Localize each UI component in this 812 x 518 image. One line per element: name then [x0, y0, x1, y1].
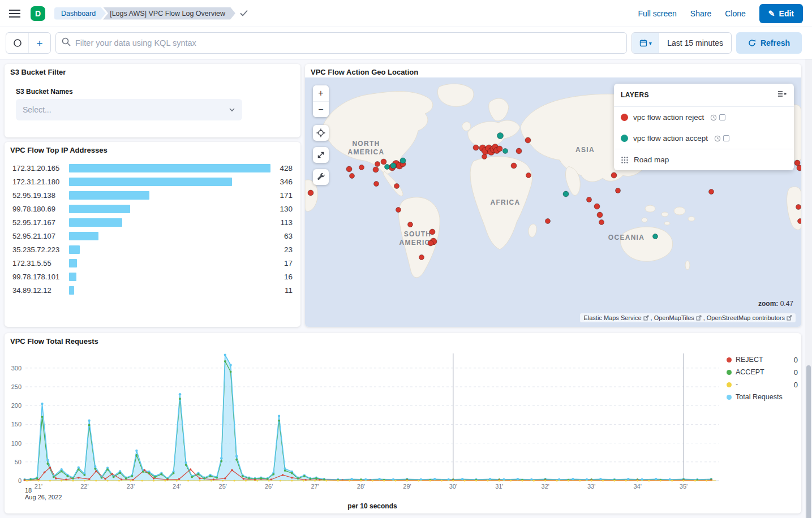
ip-bar[interactable] — [69, 286, 74, 295]
geo-dot[interactable] — [429, 229, 435, 235]
breadcrumb-dashboard[interactable]: Dashboard — [54, 7, 106, 20]
x-tick-label: 25' — [219, 483, 227, 490]
ip-value: 428 — [273, 164, 297, 172]
set-view-button[interactable] — [313, 125, 329, 141]
geo-dot[interactable] — [419, 255, 424, 260]
geo-dot[interactable] — [482, 154, 487, 159]
geo-dot[interactable] — [394, 184, 399, 189]
scrollbar-thumb[interactable] — [806, 365, 811, 518]
kql-search-input[interactable] — [75, 38, 621, 48]
clone-button[interactable]: Clone — [725, 9, 746, 18]
geo-dot[interactable] — [473, 145, 479, 150]
geo-dot[interactable] — [587, 197, 592, 202]
edit-button[interactable]: ✎ Edit — [759, 4, 803, 23]
layer-row-roadmap[interactable]: Road map — [614, 149, 794, 170]
y-tick-label: 0 — [18, 477, 22, 484]
calendar-button[interactable]: ▾ — [632, 33, 659, 53]
ip-bar[interactable] — [69, 245, 80, 254]
geo-dot[interactable] — [396, 208, 401, 213]
ip-bar[interactable] — [69, 191, 149, 200]
geo-dot[interactable] — [346, 166, 352, 172]
ip-bar[interactable] — [69, 218, 122, 227]
geo-dot[interactable] — [545, 219, 551, 224]
ip-bar[interactable] — [69, 273, 76, 281]
geo-dot[interactable] — [794, 160, 800, 166]
map-tools-button[interactable] — [313, 169, 329, 185]
top-ip-addresses-panel: VPC Flow Top IP Addresses 172.31.20.1654… — [5, 142, 300, 327]
geo-location-panel: VPC Flow Action Geo Location — [305, 64, 801, 327]
geo-dot[interactable] — [381, 159, 386, 165]
geo-dot[interactable] — [616, 188, 621, 193]
geo-dot[interactable] — [503, 149, 508, 154]
geo-dot[interactable] — [599, 220, 604, 225]
geo-dot[interactable] — [653, 234, 658, 239]
share-button[interactable]: Share — [690, 9, 711, 18]
geo-dot[interactable] — [516, 148, 522, 154]
ip-value: 11 — [273, 286, 297, 295]
breadcrumb: Dashboard [Logs AWS] VPC Flow Log Overvi… — [54, 7, 248, 20]
scrollbar-track[interactable] — [805, 27, 812, 518]
geo-dot[interactable] — [611, 172, 617, 178]
full-screen-button[interactable]: Full screen — [638, 9, 676, 18]
geo-dot[interactable] — [428, 240, 433, 246]
ip-bar[interactable] — [69, 164, 270, 172]
geo-dot[interactable] — [497, 146, 502, 152]
attribution-link[interactable]: OpenMapTiles — [654, 314, 694, 321]
ip-bar[interactable] — [69, 232, 98, 240]
layer-row-accept[interactable]: vpc flow action accept — [614, 128, 794, 149]
s3-bucket-select[interactable]: Select... — [16, 99, 242, 120]
add-control-button[interactable]: + — [28, 33, 50, 53]
legend-item[interactable]: Total Requests — [727, 391, 798, 403]
geo-dot[interactable] — [511, 163, 517, 169]
legend-dot — [727, 382, 732, 387]
geo-dot[interactable] — [308, 190, 313, 196]
geo-dot[interactable] — [400, 158, 406, 163]
geo-dot[interactable] — [385, 165, 390, 170]
geo-dot[interactable] — [408, 222, 413, 227]
ip-bar[interactable] — [69, 205, 130, 213]
geo-dot[interactable] — [797, 165, 801, 171]
space-avatar[interactable]: D — [31, 6, 45, 21]
geo-dot[interactable] — [796, 205, 801, 210]
geo-dot[interactable] — [390, 163, 396, 169]
total-requests-chart: 05010015020025030021'22'23'24'25'26'27'2… — [5, 333, 801, 513]
ip-value: 63 — [273, 232, 297, 240]
legend-item[interactable]: ACCEPT0 — [727, 366, 798, 378]
refresh-button[interactable]: Refresh — [736, 32, 802, 54]
geo-dot[interactable] — [709, 189, 714, 195]
zoom-out-button[interactable]: − — [313, 101, 329, 117]
legend-item[interactable]: REJECT0 — [727, 353, 798, 366]
ip-bar[interactable] — [69, 259, 77, 267]
geo-dot[interactable] — [359, 165, 364, 170]
geo-dot[interactable] — [374, 182, 379, 187]
collapse-layers-icon[interactable] — [777, 89, 787, 101]
legend-value: 0 — [794, 368, 798, 377]
layer-checkbox[interactable] — [723, 135, 729, 141]
x-tick-label: 24' — [173, 483, 181, 490]
geo-dot[interactable] — [594, 204, 600, 209]
geo-dot[interactable] — [497, 133, 504, 139]
geo-dot[interactable] — [525, 137, 531, 143]
layer-checkbox[interactable] — [719, 114, 725, 120]
attribution-link[interactable]: Elastic Maps Service — [583, 314, 641, 321]
geo-dot[interactable] — [798, 219, 802, 224]
total-requests-panel: VPC Flow Total Requests 0501001502002503… — [5, 333, 801, 513]
filter-controls-icon[interactable] — [6, 33, 28, 53]
attribution-link[interactable]: OpenStreetMap contributors — [707, 314, 785, 321]
geo-dot[interactable] — [375, 162, 380, 167]
geo-dot[interactable] — [526, 173, 531, 178]
geo-dot[interactable] — [563, 191, 569, 197]
geo-dot[interactable] — [350, 174, 355, 179]
ip-label: 99.78.180.69 — [8, 205, 69, 213]
ip-bar[interactable] — [69, 178, 232, 186]
layer-row-reject[interactable]: vpc flow action reject — [614, 107, 794, 128]
time-range-display[interactable]: Last 15 minutes — [659, 33, 731, 53]
geo-dot[interactable] — [373, 167, 379, 172]
y-tick-label: 250 — [11, 383, 22, 390]
geo-dot[interactable] — [597, 212, 603, 218]
zoom-in-button[interactable]: + — [313, 85, 329, 101]
fit-to-data-button[interactable] — [313, 147, 329, 163]
world-map[interactable]: NORTH AMERICA SOUTH AMERICA AFRICA ASIA … — [305, 77, 801, 327]
legend-item[interactable]: -0 — [727, 378, 798, 391]
hamburger-menu-icon[interactable] — [9, 9, 20, 18]
